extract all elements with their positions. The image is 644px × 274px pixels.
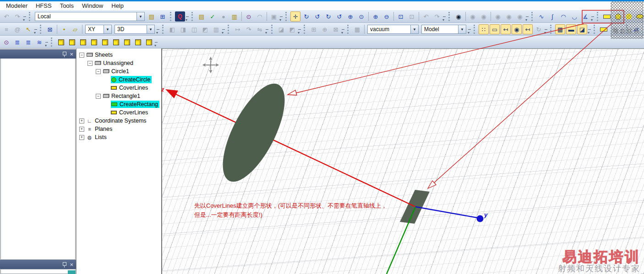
view-undo-icon[interactable]: ↶: [421, 11, 431, 21]
analyze-all-icon[interactable]: ●: [218, 11, 229, 21]
panel-title-bar[interactable]: ×: [0, 49, 76, 59]
3d-viewport[interactable]: [162, 48, 644, 274]
dropdown-arrow-icon[interactable]: ▼: [147, 25, 154, 33]
draw-angle-icon[interactable]: ∡: [580, 11, 590, 21]
model-type-combo[interactable]: Model▼: [421, 25, 466, 34]
toolbar-overflow[interactable]: [279, 11, 284, 21]
subtract-icon[interactable]: ◨: [178, 24, 188, 34]
toolbar-overflow[interactable]: [341, 24, 345, 34]
tree-item-label[interactable]: CreateCircle: [119, 76, 150, 83]
collapse-icon[interactable]: −: [96, 94, 101, 99]
dropdown-arrow-icon[interactable]: ▼: [136, 12, 144, 21]
menu-item-tools[interactable]: Tools: [56, 2, 78, 10]
validate-icon[interactable]: ✓: [207, 11, 218, 21]
tree-item-coverlines[interactable]: CoverLines: [76, 84, 161, 92]
copy-image-icon[interactable]: ▣: [269, 11, 279, 21]
tree-item-coverlines[interactable]: CoverLines: [76, 108, 161, 117]
toolbar-overflow[interactable]: [186, 11, 190, 21]
tree-item-coordinate-systems[interactable]: +∟Coordinate Systems: [76, 117, 161, 125]
tree-item-label[interactable]: Sheets: [95, 52, 113, 58]
measure-icon[interactable]: ▬: [566, 24, 576, 34]
toolbar-overflow[interactable]: [525, 11, 529, 21]
duplicate-axis-icon[interactable]: ⊕: [320, 24, 330, 34]
assign-material-icon[interactable]: ▦: [352, 24, 362, 34]
toolbar-overflow[interactable]: [544, 24, 548, 34]
draw-point-icon[interactable]: •: [59, 24, 69, 34]
tree-item-label[interactable]: CreateRectang: [120, 101, 158, 107]
tree-item-lists[interactable]: +◍Lists: [76, 133, 161, 141]
draw-line-icon[interactable]: ∿: [536, 11, 546, 21]
toolbar-overflow[interactable]: [442, 11, 447, 21]
view-left-icon[interactable]: [78, 37, 88, 47]
toolbar-overflow[interactable]: [156, 24, 160, 34]
duplicate-line-icon[interactable]: ⊞: [309, 24, 319, 34]
fill-color-icon[interactable]: ◪: [577, 24, 587, 34]
menu-item-hfss[interactable]: HFSS: [32, 2, 56, 10]
zoom-in-rect-icon[interactable]: ⊕: [371, 11, 381, 21]
toolbar-overflow[interactable]: [591, 11, 595, 21]
zoom-selection-icon[interactable]: ⊙: [1, 37, 11, 47]
sweep-vector-icon[interactable]: ◪: [276, 24, 286, 34]
view-right-icon[interactable]: [89, 37, 99, 47]
tree-item-label[interactable]: CoverLines: [119, 109, 148, 116]
visibility-dialog-icon[interactable]: ◉: [515, 11, 525, 21]
rotate-current-axis-icon[interactable]: ↺: [312, 11, 322, 21]
edit-notes-icon[interactable]: ▤: [196, 11, 207, 21]
draw-box-icon[interactable]: ⊠: [45, 24, 55, 34]
collapse-icon[interactable]: −: [87, 61, 93, 66]
dropdown-arrow-icon[interactable]: ▼: [104, 25, 111, 33]
toolbar-overflow[interactable]: [222, 24, 226, 34]
view-top-icon[interactable]: [111, 37, 121, 47]
optimetrics-icon[interactable]: ⊙: [244, 11, 254, 21]
redo-icon[interactable]: ↷: [12, 11, 22, 21]
tree-item-createcircle[interactable]: CreateCircle: [76, 75, 161, 84]
toolbar-overflow[interactable]: [265, 24, 269, 34]
snap-vertex-icon[interactable]: ▭: [490, 24, 500, 34]
model-spiral-icon[interactable]: @: [12, 24, 22, 34]
toolbar-overflow[interactable]: [588, 24, 592, 34]
view-iso-ne-icon[interactable]: [122, 37, 132, 47]
snap-arc-icon[interactable]: ↻: [534, 24, 544, 34]
zoom-out-rect-icon[interactable]: ⊖: [382, 11, 392, 21]
tree-item-label[interactable]: Coordinate Systems: [95, 118, 147, 124]
move-icon[interactable]: ↦: [233, 24, 243, 34]
rotate-screen-center-icon[interactable]: ↻: [323, 11, 333, 21]
imprint-icon[interactable]: ▥: [211, 24, 221, 34]
toolbar-overflow[interactable]: [45, 37, 49, 47]
view-redo-icon[interactable]: ↷: [432, 11, 442, 21]
collapse-icon[interactable]: −: [96, 69, 101, 74]
expand-icon[interactable]: +: [79, 135, 84, 140]
panel-title-bar-bottom[interactable]: ×: [0, 260, 76, 269]
show-all-icon[interactable]: ◉: [504, 11, 514, 21]
intersect-icon[interactable]: ◫: [189, 24, 199, 34]
tree-item-label[interactable]: Planes: [95, 126, 112, 132]
tree-item-label[interactable]: CoverLines: [119, 85, 148, 91]
dropdown-arrow-icon[interactable]: ▼: [458, 25, 466, 33]
mirror-icon[interactable]: ⇋: [255, 24, 265, 34]
fit-all-icon[interactable]: ⊡: [396, 11, 406, 21]
snap-edge-icon[interactable]: ↤: [501, 24, 511, 34]
select-icon[interactable]: ↖: [23, 24, 33, 34]
draw-plane-icon[interactable]: ▱: [70, 24, 80, 34]
pan-icon[interactable]: ✛: [290, 11, 300, 21]
modeler-tree-panel[interactable]: −Sheets−Unassigned−Circle1CreateCircleCo…: [76, 48, 162, 274]
project-tree-icon[interactable]: ⊞: [158, 11, 168, 21]
split-icon[interactable]: ◩: [200, 24, 210, 34]
toolbar-overflow[interactable]: [468, 24, 472, 34]
toolbar-overflow[interactable]: [23, 11, 27, 21]
tree-item-label[interactable]: Unassigned: [103, 60, 133, 66]
solution-data-icon[interactable]: ▥: [229, 11, 240, 21]
pin-icon[interactable]: [62, 51, 66, 57]
tree-item-createrectang[interactable]: CreateRectang: [76, 100, 161, 108]
zoom-dynamic-icon[interactable]: ⊙: [356, 11, 366, 21]
draw-spline-icon[interactable]: ∫: [547, 11, 557, 21]
grid-settings-icon[interactable]: ▦: [555, 24, 565, 34]
pin-icon[interactable]: [62, 262, 66, 268]
create-report-icon[interactable]: ◠: [255, 11, 265, 21]
tree-item-unassigned[interactable]: −Unassigned: [76, 59, 161, 67]
sweep-axis-icon[interactable]: ◩: [287, 24, 297, 34]
view-bottom-icon[interactable]: [100, 37, 110, 47]
expand-icon[interactable]: +: [79, 118, 84, 124]
toolbar-overflow[interactable]: [298, 24, 302, 34]
show-selection-icon[interactable]: ◉: [479, 11, 489, 21]
